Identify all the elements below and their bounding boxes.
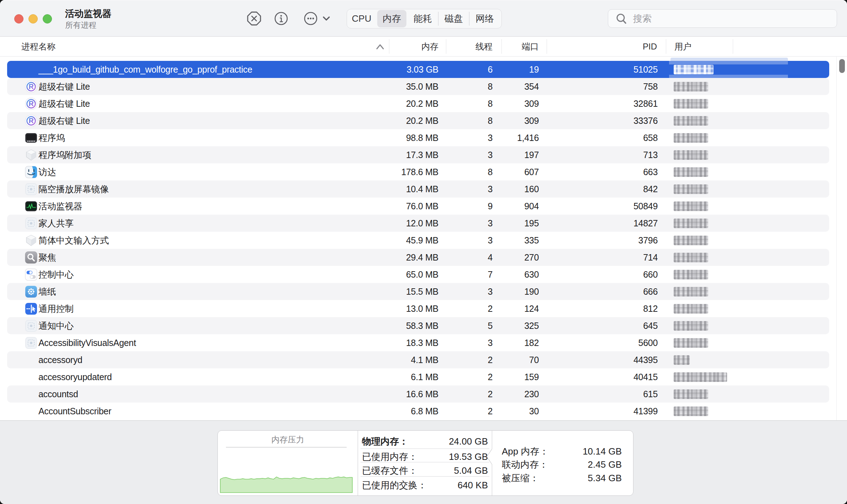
process-row[interactable]: 通用控制13.0 MB2124812 bbox=[0, 300, 847, 317]
window-title-group: 活动监视器 所有进程 bbox=[65, 9, 111, 30]
process-row[interactable]: AccessibilityVisualsAgent18.3 MB31825600 bbox=[0, 334, 847, 351]
column-separator bbox=[547, 39, 547, 54]
cell-threads: 2 bbox=[448, 351, 493, 368]
cell-ports: 309 bbox=[504, 112, 539, 129]
cell-pid: 660 bbox=[599, 266, 658, 283]
process-row[interactable]: 控制中心65.0 MB7630660 bbox=[0, 266, 847, 283]
cell-user-redacted bbox=[674, 355, 690, 365]
more-options-button[interactable] bbox=[303, 11, 332, 28]
process-row[interactable]: R超级右键 Lite20.2 MB830933376 bbox=[0, 112, 847, 129]
cell-memory: 17.3 MB bbox=[367, 146, 438, 163]
cell-ports: 159 bbox=[504, 368, 539, 385]
process-row[interactable]: AccountSubscriber6.8 MB23041399 bbox=[0, 403, 847, 420]
svg-text:R: R bbox=[29, 83, 34, 90]
cell-user-redacted bbox=[674, 116, 708, 126]
column-separator bbox=[501, 39, 502, 54]
process-row[interactable]: 程序坞98.8 MB31,416658 bbox=[0, 129, 847, 146]
stat-value: 2.45 GB bbox=[588, 457, 622, 472]
process-row[interactable]: 隔空播放屏幕镜像10.4 MB3160842 bbox=[0, 180, 847, 198]
cell-pid: 645 bbox=[599, 317, 658, 334]
cell-threads: 8 bbox=[448, 78, 493, 95]
cell-threads: 3 bbox=[448, 129, 493, 146]
cell-threads: 4 bbox=[448, 249, 493, 266]
process-row[interactable]: 通知中心58.3 MB5325645 bbox=[0, 317, 847, 334]
tab-energy[interactable]: 能耗 bbox=[407, 9, 438, 28]
stat-separator bbox=[361, 448, 489, 449]
process-row[interactable]: 活动监视器76.0 MB990450849 bbox=[0, 198, 847, 215]
cell-memory: 65.0 MB bbox=[367, 266, 438, 283]
column-header-pid[interactable]: PID bbox=[598, 37, 657, 56]
process-row[interactable]: 家人共享12.0 MB319514827 bbox=[0, 215, 847, 232]
process-row[interactable]: accessoryd4.1 MB27044395 bbox=[0, 351, 847, 368]
cell-user-redacted bbox=[674, 167, 708, 177]
svg-text:R: R bbox=[29, 100, 34, 107]
stat-value: 24.00 GB bbox=[449, 434, 488, 448]
minimize-window-button[interactable] bbox=[28, 14, 38, 23]
stat-value: 10.14 GB bbox=[583, 444, 622, 458]
tab-network[interactable]: 网络 bbox=[469, 9, 500, 28]
process-row[interactable]: 墙纸15.5 MB3190666 bbox=[0, 283, 847, 300]
cell-process-name: 程序坞附加项 bbox=[38, 146, 91, 163]
stat-label: 已使用的交换： bbox=[362, 478, 427, 492]
cell-user-redacted bbox=[674, 304, 708, 314]
cell-user-redacted bbox=[674, 201, 708, 211]
column-header-user[interactable]: 用户 bbox=[674, 37, 691, 56]
superright-app-icon: R bbox=[25, 80, 37, 93]
cell-ports: 195 bbox=[504, 215, 539, 232]
cell-pid: 41399 bbox=[599, 403, 658, 420]
column-header-ports[interactable]: 端口 bbox=[504, 37, 539, 56]
cell-memory: 58.3 MB bbox=[367, 317, 438, 334]
process-row[interactable]: R超级右键 Lite20.2 MB830932861 bbox=[0, 95, 847, 112]
cell-process-name: 活动监视器 bbox=[38, 198, 83, 215]
process-row[interactable]: R超级右键 Lite35.0 MB8354758 bbox=[0, 78, 847, 95]
process-row[interactable]: 访达178.6 MB8607663 bbox=[0, 163, 847, 180]
cell-ports: 354 bbox=[504, 78, 539, 95]
cell-memory: 6.1 MB bbox=[367, 368, 438, 385]
tab-disk[interactable]: 磁盘 bbox=[438, 9, 469, 28]
process-table: ___1go_build_github_com_wolfogre_go_ppro… bbox=[0, 61, 847, 420]
cell-process-name: 程序坞 bbox=[38, 129, 65, 146]
process-row[interactable]: accessoryupdaterd6.1 MB215940415 bbox=[0, 368, 847, 385]
stat-label: 已缓存文件： bbox=[362, 463, 417, 478]
column-header-name[interactable]: 进程名称 bbox=[21, 37, 56, 56]
close-window-button[interactable] bbox=[14, 14, 23, 23]
cell-pid: 658 bbox=[599, 129, 658, 146]
cell-memory: 76.0 MB bbox=[367, 198, 438, 215]
cell-process-name: ___1go_build_github_com_wolfogre_go_ppro… bbox=[38, 61, 252, 78]
cell-pid: 50849 bbox=[599, 198, 658, 215]
stop-process-button[interactable] bbox=[246, 11, 262, 28]
zoom-window-button[interactable] bbox=[43, 14, 52, 23]
column-header-threads[interactable]: 线程 bbox=[448, 37, 493, 56]
cell-ports: 190 bbox=[504, 283, 539, 300]
stat-value: 640 KB bbox=[458, 478, 488, 492]
tab-label: 内存 bbox=[383, 12, 401, 25]
cell-ports: 607 bbox=[504, 163, 539, 180]
footer-section-divider bbox=[358, 431, 358, 495]
column-header-memory[interactable]: 内存 bbox=[391, 37, 438, 56]
prism-app-icon bbox=[25, 149, 37, 161]
search-field[interactable]: 搜索 bbox=[608, 9, 837, 28]
pale-app-icon bbox=[25, 183, 37, 195]
inspect-process-button[interactable] bbox=[273, 11, 289, 28]
cell-pid: 51025 bbox=[599, 61, 658, 78]
redaction-blur-band bbox=[669, 61, 788, 64]
process-row[interactable]: 简体中文输入方式45.9 MB33353796 bbox=[0, 232, 847, 249]
cell-ports: 335 bbox=[504, 232, 539, 249]
cell-process-name: accessoryupdaterd bbox=[38, 368, 112, 385]
cell-memory: 4.1 MB bbox=[367, 351, 438, 368]
process-row[interactable]: accountsd16.6 MB2230615 bbox=[0, 385, 847, 403]
cell-pid: 842 bbox=[599, 180, 658, 198]
scrollbar-thumb[interactable] bbox=[839, 59, 845, 73]
pale-app-icon bbox=[25, 217, 37, 230]
dock-app-icon bbox=[25, 132, 37, 144]
process-row[interactable]: 聚焦29.4 MB4270714 bbox=[0, 249, 847, 266]
cell-threads: 5 bbox=[448, 317, 493, 334]
tab-cpu[interactable]: CPU bbox=[347, 9, 376, 28]
tab-memory[interactable]: 内存 bbox=[377, 9, 407, 28]
ellipsis-circle-icon bbox=[303, 21, 332, 27]
process-row[interactable]: ___1go_build_github_com_wolfogre_go_ppro… bbox=[0, 61, 847, 78]
cell-user-redacted bbox=[674, 99, 708, 109]
tab-label: 网络 bbox=[476, 12, 494, 25]
cell-pid: 14827 bbox=[599, 215, 658, 232]
process-row[interactable]: 程序坞附加项17.3 MB3197713 bbox=[0, 146, 847, 163]
